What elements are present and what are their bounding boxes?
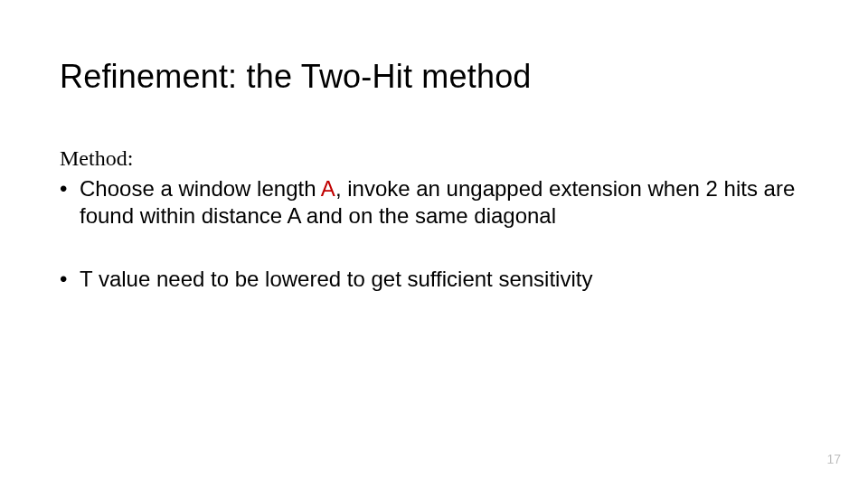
method-label: Method: [60, 145, 808, 172]
bullet-item-2: • T value need to be lowered to get suff… [60, 266, 808, 293]
slide-title: Refinement: the Two-Hit method [60, 58, 808, 96]
bullet-1-prefix: Choose a window length [80, 176, 321, 201]
spacer [60, 235, 808, 266]
slide: Refinement: the Two-Hit method Method: •… [0, 0, 868, 488]
slide-body: Method: • Choose a window length A, invo… [60, 145, 808, 293]
page-number: 17 [826, 452, 841, 466]
bullet-1-highlight: A [321, 176, 335, 201]
bullet-1-text: Choose a window length A, invoke an unga… [80, 175, 808, 230]
bullet-item-1: • Choose a window length A, invoke an un… [60, 175, 808, 230]
bullet-dot-icon: • [60, 175, 67, 202]
bullet-dot-icon: • [60, 266, 67, 293]
bullet-2-text: T value need to be lowered to get suffic… [80, 266, 808, 293]
